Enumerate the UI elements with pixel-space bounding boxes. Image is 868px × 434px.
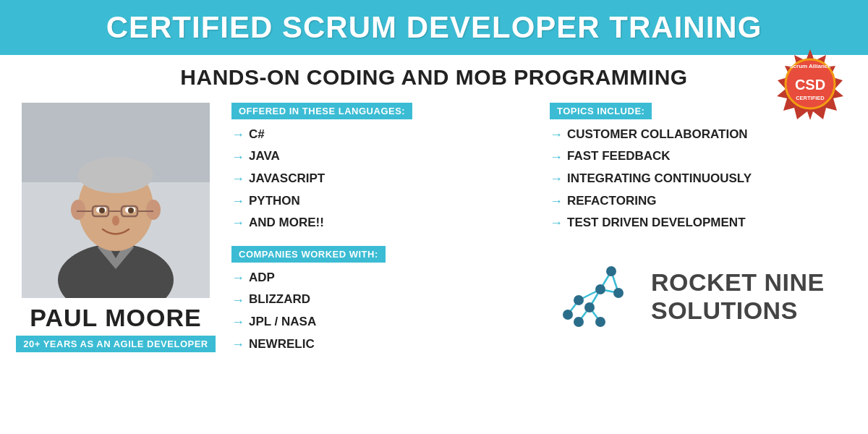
- header-bar: CERTIFIED SCRUM DEVELOPER TRAINING: [0, 0, 868, 55]
- arrow-icon: →: [231, 124, 244, 146]
- arrow-icon: →: [550, 124, 563, 146]
- subtitle-row: HANDS-ON CODING AND MOB PROGRAMMING Scru…: [0, 55, 868, 95]
- list-item: → REFACTORING: [550, 190, 854, 213]
- svg-point-17: [128, 208, 134, 213]
- topics-header: TOPICS INCLUDE:: [550, 103, 652, 119]
- middle-column: OFFERED IN THESE LANGUAGES: → C# → JAVA …: [231, 103, 535, 355]
- arrow-icon: →: [550, 190, 563, 213]
- list-item: → FAST FEEDBACK: [550, 146, 854, 169]
- svg-point-36: [595, 317, 605, 327]
- topics-list: → CUSTOMER COLLABORATION → FAST FEEDBACK…: [550, 124, 854, 234]
- companies-header: COMPANIES WORKED WITH:: [231, 246, 386, 263]
- company-logo-graphic: [550, 253, 637, 340]
- arrow-icon: →: [231, 146, 244, 169]
- photo-box: [22, 103, 210, 298]
- arrow-icon: →: [550, 168, 563, 190]
- svg-point-35: [584, 302, 595, 312]
- right-column: TOPICS INCLUDE: → CUSTOMER COLLABORATION…: [550, 103, 854, 355]
- arrow-icon: →: [231, 168, 244, 190]
- svg-text:CSD: CSD: [795, 77, 825, 93]
- logo-section: ROCKET NINE SOLUTIONS: [550, 253, 854, 340]
- svg-point-33: [613, 288, 624, 298]
- svg-point-37: [574, 317, 584, 327]
- arrow-icon: →: [231, 190, 244, 213]
- svg-text:CERTIFIED: CERTIFIED: [796, 95, 825, 101]
- subtitle-text: HANDS-ON CODING AND MOB PROGRAMMING: [14, 65, 854, 90]
- arrow-icon: →: [231, 311, 244, 333]
- logo-line2: SOLUTIONS: [651, 297, 825, 325]
- logo-line1: ROCKET NINE: [651, 268, 825, 297]
- topics-section: TOPICS INCLUDE: → CUSTOMER COLLABORATION…: [550, 103, 854, 234]
- list-item: → BLIZZARD: [231, 289, 535, 312]
- svg-point-34: [595, 284, 605, 294]
- arrow-icon: →: [231, 289, 244, 312]
- svg-point-11: [78, 157, 153, 193]
- list-item: → C#: [231, 124, 535, 146]
- person-name: PAUL MOORE: [30, 304, 201, 332]
- list-item: → INTEGRATING CONTINUOUSLY: [550, 168, 854, 190]
- page-title: CERTIFIED SCRUM DEVELOPER TRAINING: [14, 10, 854, 45]
- list-item: → ADP: [231, 267, 535, 289]
- left-column: PAUL MOORE 20+ YEARS AS AN AGILE DEVELOP…: [14, 103, 217, 355]
- companies-section: COMPANIES WORKED WITH: → ADP → BLIZZARD …: [231, 246, 535, 355]
- list-item: → PYTHON: [231, 190, 535, 213]
- arrow-icon: →: [550, 146, 563, 169]
- person-photo: [22, 103, 210, 298]
- svg-point-38: [574, 295, 584, 305]
- languages-header: OFFERED IN THESE LANGUAGES:: [231, 103, 412, 119]
- arrow-icon: →: [231, 212, 244, 234]
- languages-list: → C# → JAVA → JAVASCRIPT → PYTHON → AN: [231, 124, 535, 234]
- content-area: PAUL MOORE 20+ YEARS AS AN AGILE DEVELOP…: [0, 95, 868, 362]
- csd-badge: Scrum Alliance CSD CERTIFIED: [774, 48, 846, 120]
- list-item: → CUSTOMER COLLABORATION: [550, 124, 854, 146]
- list-item: → AND MORE!!: [231, 212, 535, 234]
- languages-section: OFFERED IN THESE LANGUAGES: → C# → JAVA …: [231, 103, 535, 234]
- companies-list: → ADP → BLIZZARD → JPL / NASA → NEWRELIC: [231, 267, 535, 355]
- svg-point-16: [99, 208, 105, 213]
- svg-point-32: [606, 266, 616, 276]
- list-item: → JAVA: [231, 146, 535, 169]
- list-item: → NEWRELIC: [231, 333, 535, 356]
- arrow-icon: →: [550, 212, 563, 234]
- svg-point-39: [563, 310, 573, 320]
- list-item: → JPL / NASA: [231, 311, 535, 333]
- arrow-icon: →: [231, 333, 244, 356]
- svg-point-23: [112, 216, 119, 226]
- svg-point-13: [146, 200, 161, 220]
- svg-text:Scrum Alliance: Scrum Alliance: [789, 63, 831, 69]
- list-item: → TEST DRIVEN DEVELOPMENT: [550, 212, 854, 234]
- logo-text-block: ROCKET NINE SOLUTIONS: [651, 268, 825, 325]
- list-item: → JAVASCRIPT: [231, 168, 535, 190]
- svg-point-12: [71, 200, 85, 220]
- years-badge: 20+ YEARS AS AN AGILE DEVELOPER: [16, 336, 215, 352]
- arrow-icon: →: [231, 267, 244, 289]
